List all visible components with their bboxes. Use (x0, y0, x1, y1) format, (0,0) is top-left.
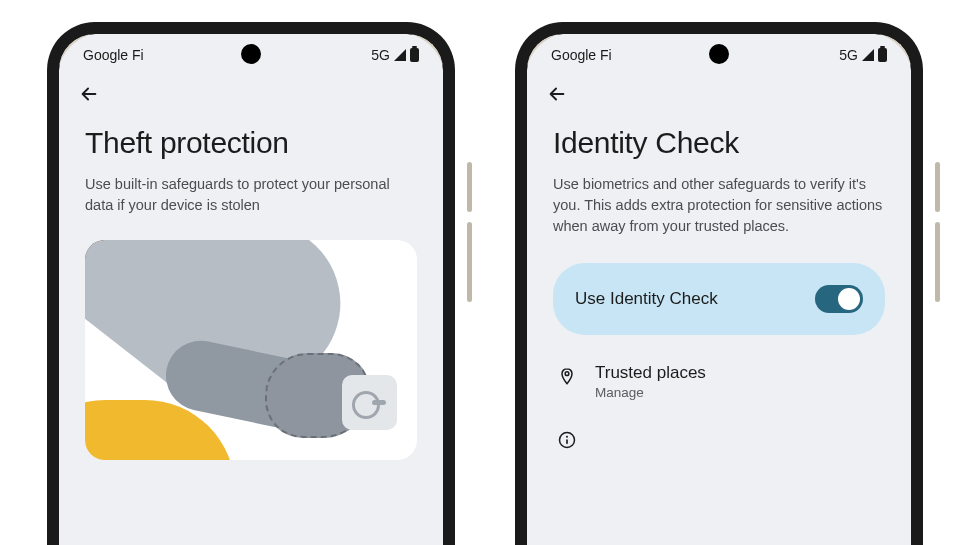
screen: Google Fi 5G Theft protection Use built-… (59, 34, 443, 545)
info-row[interactable] (553, 430, 885, 450)
arrow-left-icon (546, 83, 568, 105)
page-description: Use built-in safeguards to protect your … (85, 174, 417, 216)
battery-icon (878, 48, 887, 62)
content-area: Identity Check Use biometrics and other … (527, 108, 911, 450)
phone-theft-protection: Google Fi 5G Theft protection Use built-… (47, 22, 455, 545)
phone-frame: Google Fi 5G Theft protection Use built-… (47, 22, 455, 545)
volume-button (935, 162, 940, 212)
signal-icon (394, 49, 406, 61)
content-area: Theft protection Use built-in safeguards… (59, 108, 443, 460)
list-text: Trusted places Manage (595, 363, 881, 400)
trusted-places-item[interactable]: Trusted places Manage (553, 363, 885, 400)
phone-frame: Google Fi 5G Identity Check Use biometri… (515, 22, 923, 545)
toggle-label: Use Identity Check (575, 289, 718, 309)
carrier-label: Google Fi (551, 47, 612, 63)
power-button (935, 222, 940, 302)
signal-icon (862, 49, 874, 61)
identity-check-toggle-card[interactable]: Use Identity Check (553, 263, 885, 335)
battery-icon (410, 48, 419, 62)
info-icon (557, 430, 577, 450)
network-label: 5G (371, 47, 390, 63)
location-pin-icon (557, 367, 577, 387)
page-description: Use biometrics and other safeguards to v… (553, 174, 885, 237)
network-label: 5G (839, 47, 858, 63)
status-right: 5G (371, 47, 419, 63)
power-button (467, 222, 472, 302)
status-right: 5G (839, 47, 887, 63)
back-button[interactable] (545, 82, 569, 106)
volume-button (467, 162, 472, 212)
page-title: Theft protection (85, 126, 417, 160)
screen: Google Fi 5G Identity Check Use biometri… (527, 34, 911, 545)
nav-bar (59, 76, 443, 108)
phone-identity-check: Google Fi 5G Identity Check Use biometri… (515, 22, 923, 545)
svg-point-2 (566, 436, 568, 438)
svg-point-0 (565, 372, 569, 376)
trusted-places-sub: Manage (595, 385, 881, 400)
camera-hole (241, 44, 261, 64)
svg-rect-3 (566, 439, 568, 444)
carrier-label: Google Fi (83, 47, 144, 63)
camera-hole (709, 44, 729, 64)
trusted-places-title: Trusted places (595, 363, 881, 383)
arrow-left-icon (78, 83, 100, 105)
theft-illustration (85, 240, 417, 460)
toggle-thumb (838, 288, 860, 310)
toggle-switch[interactable] (815, 285, 863, 313)
back-button[interactable] (77, 82, 101, 106)
nav-bar (527, 76, 911, 108)
page-title: Identity Check (553, 126, 885, 160)
illustration-card (85, 240, 417, 460)
